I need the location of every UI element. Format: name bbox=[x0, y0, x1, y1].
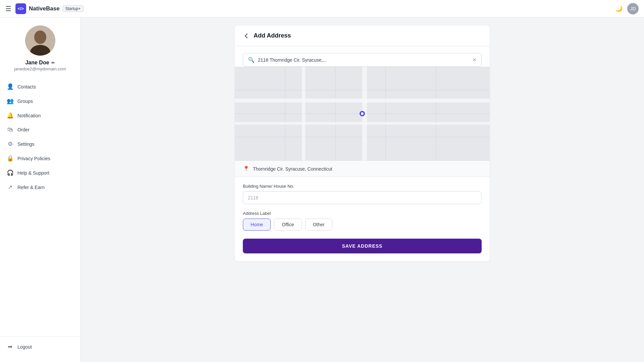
contacts-icon: 👤 bbox=[7, 83, 13, 90]
logo-area: </> NativeBase Startup+ bbox=[15, 3, 84, 14]
sidebar-item-label: Notification bbox=[17, 113, 41, 118]
search-input[interactable] bbox=[258, 57, 469, 63]
sidebar-item-label: Settings bbox=[17, 141, 35, 147]
logout-icon: ➡ bbox=[7, 343, 13, 350]
nav-right: 🌙 JD bbox=[615, 3, 639, 14]
svg-point-1 bbox=[34, 31, 46, 44]
sidebar-item-privacy[interactable]: 🔒 Privacy Policies bbox=[3, 151, 77, 166]
groups-icon: 👥 bbox=[7, 98, 13, 105]
logo-icon: </> bbox=[15, 3, 26, 14]
label-btn-other[interactable]: Other bbox=[305, 219, 332, 231]
building-field-label: Building Name/ House No. bbox=[243, 184, 482, 189]
privacy-icon: 🔒 bbox=[7, 155, 13, 162]
hamburger-menu[interactable]: ☰ bbox=[5, 5, 11, 13]
building-name-input[interactable] bbox=[243, 191, 482, 204]
user-avatar-top[interactable]: JD bbox=[627, 3, 639, 14]
order-icon: 🛍 bbox=[7, 126, 13, 133]
avatar bbox=[25, 25, 55, 56]
label-btn-office[interactable]: Office bbox=[274, 219, 302, 231]
main-content: Add Address 🔍 ✕ bbox=[80, 17, 644, 362]
svg-rect-13 bbox=[302, 67, 305, 161]
refer-icon: ↗ bbox=[7, 184, 13, 191]
sidebar-item-label: Privacy Policies bbox=[17, 156, 50, 161]
profile-section: Jane Doe ✏ janedoe2@mydomain.com bbox=[0, 25, 80, 79]
sidebar-item-help[interactable]: 🎧 Help & Support bbox=[3, 166, 77, 180]
edit-profile-icon[interactable]: ✏ bbox=[51, 60, 55, 65]
sidebar-item-label: Help & Support bbox=[17, 170, 49, 176]
logo-badge: Startup+ bbox=[62, 5, 84, 12]
label-buttons: Home Office Other bbox=[243, 219, 482, 231]
clear-search-icon[interactable]: ✕ bbox=[472, 57, 477, 63]
page-header: Add Address bbox=[235, 25, 490, 46]
location-text: Thornridge Cir. Syracuse, Connecticut bbox=[253, 166, 332, 172]
nav-items: 👤 Contacts 👥 Groups 🔔 Notification 🛍 Ord… bbox=[0, 79, 80, 334]
label-btn-home[interactable]: Home bbox=[243, 219, 271, 231]
sidebar-item-order[interactable]: 🛍 Order bbox=[3, 123, 77, 137]
sidebar-bottom: ➡ Logout bbox=[0, 337, 80, 357]
sidebar-item-settings[interactable]: ⚙ Settings bbox=[3, 137, 77, 151]
sidebar-item-refer[interactable]: ↗ Refer & Earn bbox=[3, 180, 77, 194]
search-icon: 🔍 bbox=[248, 57, 255, 63]
settings-icon: ⚙ bbox=[7, 140, 13, 147]
notification-icon: 🔔 bbox=[7, 112, 13, 119]
sidebar-item-notification[interactable]: 🔔 Notification bbox=[3, 108, 77, 123]
sidebar-item-groups[interactable]: 👥 Groups bbox=[3, 94, 77, 108]
profile-name-text: Jane Doe bbox=[25, 60, 49, 66]
nav-left: ☰ </> NativeBase Startup+ bbox=[5, 3, 84, 14]
profile-name: Jane Doe ✏ bbox=[25, 60, 55, 66]
page-card: Add Address 🔍 ✕ bbox=[235, 25, 490, 261]
dark-mode-icon[interactable]: 🌙 bbox=[615, 5, 623, 12]
back-button[interactable] bbox=[243, 33, 250, 39]
profile-email: janedoe2@mydomain.com bbox=[14, 66, 66, 71]
location-pin-icon: 📍 bbox=[243, 166, 250, 172]
address-label-heading: Address Label bbox=[243, 211, 482, 216]
top-navigation: ☰ </> NativeBase Startup+ 🌙 JD bbox=[0, 0, 644, 17]
sidebar-item-contacts[interactable]: 👤 Contacts bbox=[3, 79, 77, 94]
map-area bbox=[235, 67, 490, 161]
location-row: 📍 Thornridge Cir. Syracuse, Connecticut bbox=[235, 161, 490, 177]
address-label-section: Address Label Home Office Other bbox=[243, 211, 482, 231]
help-icon: 🎧 bbox=[7, 169, 13, 176]
page-title: Add Address bbox=[254, 32, 291, 39]
sidebar-item-label: Groups bbox=[17, 99, 33, 104]
logo-text: NativeBase bbox=[29, 5, 60, 12]
sidebar-item-label: Logout bbox=[17, 344, 32, 350]
sidebar-item-label: Refer & Earn bbox=[17, 185, 45, 190]
sidebar-item-label: Contacts bbox=[17, 84, 36, 89]
search-area: 🔍 ✕ bbox=[235, 46, 490, 67]
search-box: 🔍 ✕ bbox=[243, 53, 482, 67]
sidebar: Jane Doe ✏ janedoe2@mydomain.com 👤 Conta… bbox=[0, 17, 80, 362]
sidebar-item-logout[interactable]: ➡ Logout bbox=[3, 340, 77, 354]
main-layout: Jane Doe ✏ janedoe2@mydomain.com 👤 Conta… bbox=[0, 17, 644, 362]
sidebar-item-label: Order bbox=[17, 127, 30, 132]
svg-point-16 bbox=[361, 112, 364, 115]
form-area: Building Name/ House No. Address Label H… bbox=[235, 177, 490, 261]
save-address-button[interactable]: SAVE ADDRESS bbox=[243, 239, 482, 253]
